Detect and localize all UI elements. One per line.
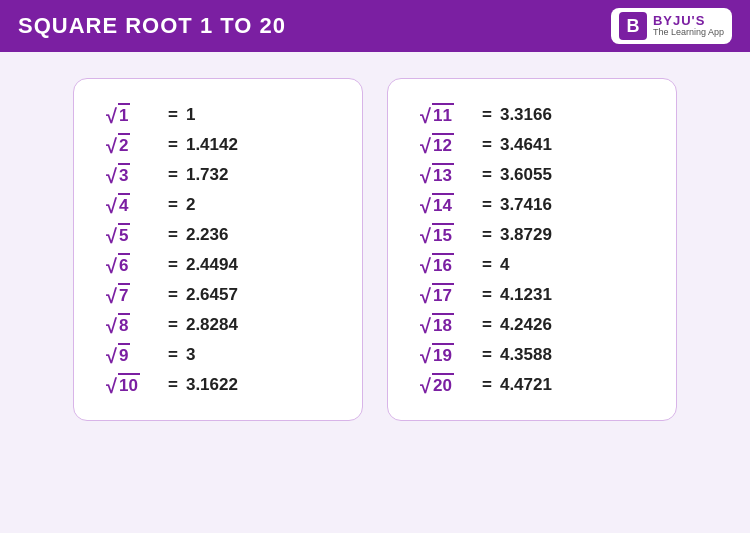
sqrt-value: 4.3588: [500, 345, 552, 365]
sqrt-number: 4: [118, 193, 130, 216]
sqrt-symbol-icon: √: [420, 226, 431, 246]
sqrt-symbol-icon: √: [420, 166, 431, 186]
table-row: √9 = 3: [106, 343, 334, 366]
equals-sign: =: [168, 255, 178, 275]
table-row: √17 = 4.1231: [420, 283, 648, 306]
equals-sign: =: [482, 195, 492, 215]
table-row: √11 = 3.3166: [420, 103, 648, 126]
equals-sign: =: [168, 195, 178, 215]
byju-logo: B BYJU'S The Learning App: [611, 8, 732, 44]
table-row: √7 = 2.6457: [106, 283, 334, 306]
equals-sign: =: [482, 225, 492, 245]
right-card: √11 = 3.3166 √12 = 3.4641 √13 = 3.6055 √…: [387, 78, 677, 421]
sqrt-expr: √7: [106, 283, 162, 306]
table-row: √16 = 4: [420, 253, 648, 276]
equals-sign: =: [168, 135, 178, 155]
sqrt-symbol-icon: √: [420, 376, 431, 396]
page-header: SQUARE ROOT 1 TO 20 B BYJU'S The Learnin…: [0, 0, 750, 52]
equals-sign: =: [482, 105, 492, 125]
sqrt-value: 2.236: [186, 225, 229, 245]
sqrt-expr: √11: [420, 103, 476, 126]
equals-sign: =: [482, 345, 492, 365]
sqrt-expr: √9: [106, 343, 162, 366]
logo-b-icon: B: [619, 12, 647, 40]
table-row: √2 = 1.4142: [106, 133, 334, 156]
sqrt-number: 13: [432, 163, 454, 186]
sqrt-value: 4: [500, 255, 509, 275]
equals-sign: =: [482, 315, 492, 335]
sqrt-expr: √4: [106, 193, 162, 216]
sqrt-symbol-icon: √: [106, 316, 117, 336]
sqrt-value: 2.4494: [186, 255, 238, 275]
table-row: √20 = 4.4721: [420, 373, 648, 396]
table-row: √10 = 3.1622: [106, 373, 334, 396]
sqrt-symbol-icon: √: [106, 286, 117, 306]
sqrt-number: 5: [118, 223, 130, 246]
sqrt-expr: √16: [420, 253, 476, 276]
sqrt-value: 3.3166: [500, 105, 552, 125]
sqrt-value: 2.6457: [186, 285, 238, 305]
sqrt-value: 3.4641: [500, 135, 552, 155]
table-row: √5 = 2.236: [106, 223, 334, 246]
sqrt-number: 6: [118, 253, 130, 276]
sqrt-expr: √8: [106, 313, 162, 336]
sqrt-value: 1.732: [186, 165, 229, 185]
sqrt-number: 1: [118, 103, 130, 126]
sqrt-number: 20: [432, 373, 454, 396]
sqrt-expr: √17: [420, 283, 476, 306]
table-row: √4 = 2: [106, 193, 334, 216]
sqrt-value: 4.2426: [500, 315, 552, 335]
sqrt-number: 2: [118, 133, 130, 156]
sqrt-symbol-icon: √: [420, 256, 431, 276]
sqrt-symbol-icon: √: [106, 106, 117, 126]
sqrt-number: 17: [432, 283, 454, 306]
sqrt-expr: √20: [420, 373, 476, 396]
table-row: √14 = 3.7416: [420, 193, 648, 216]
equals-sign: =: [168, 225, 178, 245]
sqrt-symbol-icon: √: [420, 136, 431, 156]
sqrt-number: 14: [432, 193, 454, 216]
sqrt-expr: √13: [420, 163, 476, 186]
equals-sign: =: [482, 165, 492, 185]
equals-sign: =: [482, 285, 492, 305]
table-row: √8 = 2.8284: [106, 313, 334, 336]
table-row: √1 = 1: [106, 103, 334, 126]
sqrt-value: 1: [186, 105, 195, 125]
equals-sign: =: [482, 135, 492, 155]
sqrt-expr: √10: [106, 373, 162, 396]
sqrt-symbol-icon: √: [106, 376, 117, 396]
sqrt-value: 4.1231: [500, 285, 552, 305]
sqrt-expr: √6: [106, 253, 162, 276]
sqrt-symbol-icon: √: [106, 346, 117, 366]
table-row: √18 = 4.2426: [420, 313, 648, 336]
sqrt-symbol-icon: √: [420, 346, 431, 366]
sqrt-value: 2.8284: [186, 315, 238, 335]
sqrt-symbol-icon: √: [420, 316, 431, 336]
sqrt-number: 10: [118, 373, 140, 396]
sqrt-number: 12: [432, 133, 454, 156]
sqrt-number: 8: [118, 313, 130, 336]
equals-sign: =: [168, 285, 178, 305]
left-card: √1 = 1 √2 = 1.4142 √3 = 1.732 √4 = 2 √5: [73, 78, 363, 421]
sqrt-symbol-icon: √: [420, 106, 431, 126]
logo-text: BYJU'S The Learning App: [653, 14, 724, 38]
sqrt-value: 3.7416: [500, 195, 552, 215]
equals-sign: =: [168, 315, 178, 335]
sqrt-expr: √14: [420, 193, 476, 216]
sqrt-number: 15: [432, 223, 454, 246]
page-title: SQUARE ROOT 1 TO 20: [18, 13, 286, 39]
main-content: √1 = 1 √2 = 1.4142 √3 = 1.732 √4 = 2 √5: [0, 52, 750, 441]
table-row: √13 = 3.6055: [420, 163, 648, 186]
sqrt-symbol-icon: √: [106, 196, 117, 216]
sqrt-value: 2: [186, 195, 195, 215]
sqrt-expr: √19: [420, 343, 476, 366]
sqrt-number: 18: [432, 313, 454, 336]
sqrt-number: 7: [118, 283, 130, 306]
sqrt-number: 16: [432, 253, 454, 276]
sqrt-value: 3.8729: [500, 225, 552, 245]
sqrt-value: 3: [186, 345, 195, 365]
sqrt-expr: √1: [106, 103, 162, 126]
sqrt-expr: √2: [106, 133, 162, 156]
logo-name: BYJU'S: [653, 14, 724, 28]
table-row: √12 = 3.4641: [420, 133, 648, 156]
